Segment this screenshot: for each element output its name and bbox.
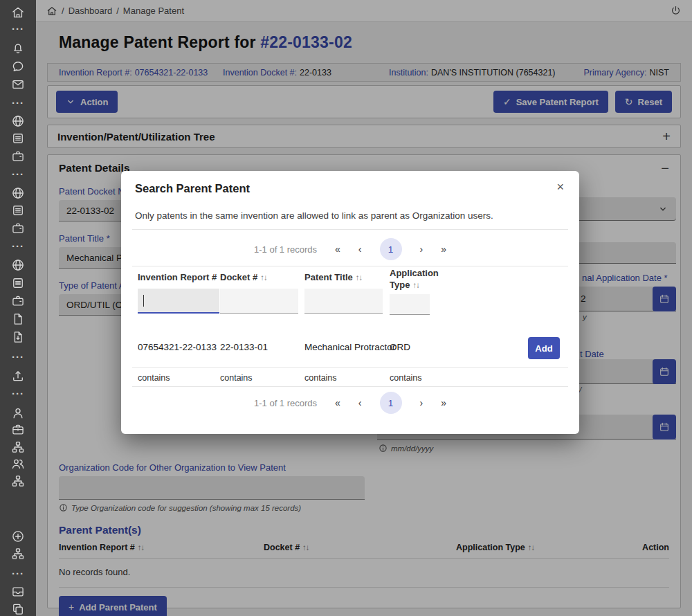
add-row-button[interactable]: Add xyxy=(528,337,560,359)
copy-icon[interactable] xyxy=(11,602,25,616)
file-icon[interactable] xyxy=(11,312,25,326)
add-circle-icon[interactable] xyxy=(11,529,25,543)
filter-invention-report-input[interactable] xyxy=(138,289,219,314)
filter-operator: contains xyxy=(390,373,422,383)
more-icon: ··· xyxy=(10,26,26,32)
column-patent-title[interactable]: Patent Title↑↓ xyxy=(304,272,362,282)
chat-icon[interactable] xyxy=(11,60,25,73)
form-icon[interactable] xyxy=(11,276,25,290)
column-invention-report[interactable]: Invention Report #↑↓ xyxy=(138,272,226,282)
filter-patent-title-input[interactable] xyxy=(304,289,383,314)
filter-operator: contains xyxy=(304,373,337,383)
prev-page-icon[interactable]: ‹ xyxy=(358,397,362,408)
filter-application-type-input[interactable] xyxy=(390,294,430,315)
globe-icon[interactable] xyxy=(11,114,25,128)
inbox-icon[interactable] xyxy=(11,585,25,599)
more-icon: ··· xyxy=(10,571,26,577)
more-icon: ··· xyxy=(10,391,26,397)
upload-icon[interactable] xyxy=(11,369,25,383)
home-icon[interactable] xyxy=(11,6,25,19)
form-icon[interactable] xyxy=(11,132,25,145)
column-application-type[interactable]: Application Type↑↓ xyxy=(390,268,455,291)
modal-subtitle: Only patents in the same invention are a… xyxy=(135,210,493,221)
more-icon: ··· xyxy=(10,244,26,249)
current-page-button[interactable]: 1 xyxy=(380,392,402,414)
last-page-icon[interactable]: » xyxy=(441,244,446,255)
prev-page-icon[interactable]: ‹ xyxy=(358,244,362,255)
briefcase-icon[interactable] xyxy=(11,423,25,437)
first-page-icon[interactable]: « xyxy=(335,397,340,408)
divider xyxy=(132,386,568,387)
divider xyxy=(132,367,568,368)
sort-icon: ↑↓ xyxy=(260,273,267,282)
notifications-bell-icon[interactable] xyxy=(11,42,25,55)
modal-title: Search Parent Patent xyxy=(135,182,250,195)
pagination-top: 1-1 of 1 records « ‹ 1 › » xyxy=(121,237,579,261)
org-chart-icon[interactable] xyxy=(11,474,25,488)
cell-invention-report: 07654321-22-0133 xyxy=(138,342,217,352)
filter-operator: contains xyxy=(138,373,170,383)
briefcase-icon[interactable] xyxy=(11,150,25,163)
last-page-icon[interactable]: » xyxy=(441,397,446,408)
next-page-icon[interactable]: › xyxy=(420,244,424,255)
text-cursor xyxy=(143,295,144,307)
org-chart-icon[interactable] xyxy=(11,547,25,561)
cell-docket: 22-0133-01 xyxy=(220,342,268,352)
more-icon: ··· xyxy=(10,100,26,106)
file-export-icon[interactable] xyxy=(11,330,25,344)
more-icon: ··· xyxy=(10,354,26,360)
sort-icon: ↑↓ xyxy=(412,281,419,289)
search-parent-patent-modal: Search Parent Patent × Only patents in t… xyxy=(121,171,579,434)
filter-operator: contains xyxy=(220,373,253,383)
current-page-button[interactable]: 1 xyxy=(380,238,402,260)
pagination-bottom: 1-1 of 1 records « ‹ 1 › » xyxy=(121,391,579,415)
app-window: ··· ··· ··· ··· ··· ··· ··· xyxy=(0,0,692,616)
sidebar: ··· ··· ··· ··· ··· ··· ··· xyxy=(0,0,36,616)
briefcase-icon[interactable] xyxy=(11,221,25,235)
cell-application-type: ORD xyxy=(390,342,410,352)
divider xyxy=(132,229,568,230)
sort-icon: ↑↓ xyxy=(356,273,363,282)
pagination-summary: 1-1 of 1 records xyxy=(254,398,317,408)
briefcase-icon[interactable] xyxy=(11,294,25,308)
globe-icon[interactable] xyxy=(11,186,25,200)
close-icon[interactable]: × xyxy=(556,181,564,193)
more-icon: ··· xyxy=(10,172,26,177)
org-chart-icon[interactable] xyxy=(11,440,25,454)
filter-docket-input[interactable] xyxy=(220,289,298,314)
cell-patent-title: Mechanical Protractor xyxy=(304,342,395,352)
user-icon[interactable] xyxy=(11,406,25,420)
column-docket[interactable]: Docket #↑↓ xyxy=(220,272,267,282)
mail-icon[interactable] xyxy=(11,78,25,91)
divider xyxy=(132,266,568,266)
next-page-icon[interactable]: › xyxy=(420,397,424,408)
first-page-icon[interactable]: « xyxy=(335,244,340,255)
form-icon[interactable] xyxy=(11,203,25,217)
pagination-summary: 1-1 of 1 records xyxy=(254,244,317,255)
globe-icon[interactable] xyxy=(11,258,25,272)
users-icon[interactable] xyxy=(11,457,25,471)
